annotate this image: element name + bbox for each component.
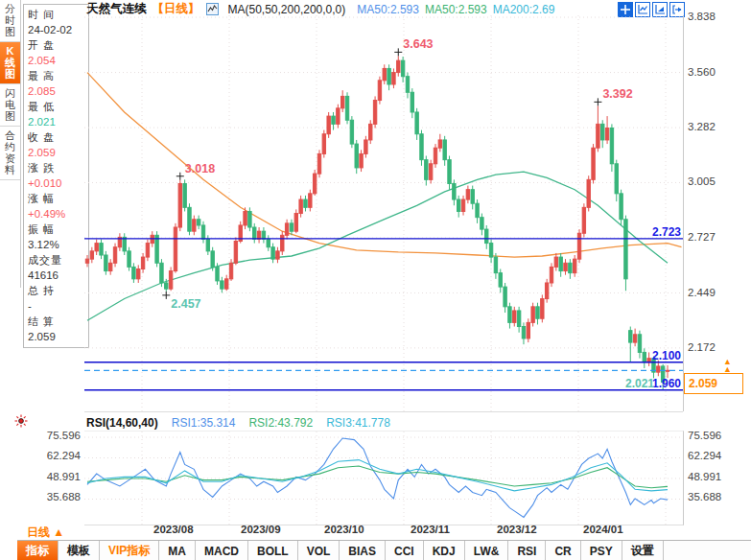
ma-value-label: MA50:2.593 <box>425 3 487 16</box>
quote-value: 2.054 <box>28 53 88 68</box>
quote-label: 涨 跌 <box>28 160 88 175</box>
quote-label: 时 间 <box>28 7 88 22</box>
quote-label: 开 盘 <box>28 37 88 53</box>
quote-value: 2.059 <box>28 329 88 344</box>
rsi-value-label: RSI2:43.792 <box>248 416 313 430</box>
quote-label: 最 高 <box>28 68 88 83</box>
x-axis-month-labels: 2023/082023/092023/102023/112023/122024/… <box>84 524 683 539</box>
month-label: 2023/09 <box>241 524 281 535</box>
price-line-label: 1.960 <box>652 377 681 390</box>
rsi-axis-label: 75.596 <box>688 430 721 441</box>
y-axis-label: 2.449 <box>688 287 716 298</box>
extreme-annotation: 3.392 <box>602 87 632 101</box>
sidebar-tab-3[interactable]: 闪电图 <box>0 84 20 127</box>
toolbar-tab-cr[interactable]: CR <box>546 541 580 560</box>
rsi-values: RSI1:35.314RSI2:43.792RSI3:41.778 <box>172 416 390 430</box>
y-axis-label: 3.560 <box>688 66 716 78</box>
quote-label: 成交量 <box>28 252 88 268</box>
rsi-axis-label: 35.688 <box>688 491 721 502</box>
month-label: 2024/01 <box>583 524 623 535</box>
price-line-label: 2.100 <box>652 349 681 362</box>
last-price-box: 2.059 <box>684 373 743 394</box>
quote-value: +0.49% <box>28 206 88 222</box>
toolbar-tab-模板[interactable]: 模板 <box>59 541 100 560</box>
toolbar-tab-macd[interactable]: MACD <box>196 541 248 560</box>
rsi-axis-label: 48.991 <box>688 471 721 482</box>
quote-value: 2.021 <box>28 114 88 129</box>
quote-value: 3.12% <box>28 237 88 252</box>
rsi-axis-label: 35.688 <box>25 491 81 502</box>
sidebar-tab-4[interactable]: 合约资料 <box>0 127 20 180</box>
trading-app-window: 分时图K线图闪电图合约资料 时 间24-02-02开 盘2.054最 高2.08… <box>0 0 751 560</box>
month-label: 2023/11 <box>411 524 450 535</box>
quote-label: 结 算 <box>28 314 88 329</box>
toolbar-tab-ma[interactable]: MA <box>159 541 196 560</box>
ma-values: MA50:2.593MA50:2.593MA200:2.69 <box>351 3 554 16</box>
right-price-axis: 3.8383.5603.2823.0052.7272.4492.17275.59… <box>683 0 751 560</box>
y-axis-label: 3.005 <box>688 175 716 187</box>
rsi-formula-label[interactable]: RSI(14,60,40) <box>86 416 158 430</box>
month-label: 2023/10 <box>324 524 364 535</box>
chart-type-icon[interactable] <box>206 3 219 15</box>
quote-panel: 时 间24-02-02开 盘2.054最 高2.085最 低2.021收 盘2.… <box>23 4 89 348</box>
toolbar-tab-rsi[interactable]: RSI <box>508 541 546 560</box>
quote-label: 振 幅 <box>28 222 88 237</box>
quote-value: 41616 <box>28 268 88 283</box>
rsi-axis-label: 75.596 <box>25 430 81 441</box>
price-line-label: 2.723 <box>652 225 681 239</box>
month-label: 2023/08 <box>153 524 194 535</box>
ma-formula-label[interactable]: MA(50,50,200,200,0,0) <box>228 3 346 16</box>
indicator-toolbar: 指标模板VIP指标MAMACDBOLLVOLBIASCCIKDJLW&RSICR… <box>17 540 751 560</box>
quote-label: 收 盘 <box>28 129 88 145</box>
rsi-value-label: RSI3:41.778 <box>326 416 390 430</box>
sidebar-tab-2[interactable]: K线图 <box>0 42 20 84</box>
quote-value: 2.059 <box>28 145 88 160</box>
rsi-header: RSI(14,60,40) RSI1:35.314RSI2:43.792RSI3… <box>86 416 390 430</box>
toolbar-tab-kdj[interactable]: KDJ <box>424 541 465 560</box>
toolbar-tab-vol[interactable]: VOL <box>298 541 340 560</box>
rsi-value-label: RSI1:35.314 <box>172 416 236 430</box>
extreme-annotation: 3.643 <box>403 37 433 51</box>
ma-value-label: MA200:2.69 <box>493 3 555 16</box>
y-axis-label: 2.727 <box>688 231 716 243</box>
sidebar-tab-1[interactable]: 分时图 <box>0 0 20 42</box>
extreme-annotation: 3.018 <box>185 162 215 175</box>
toolbar-tab-vip指标[interactable]: VIP指标 <box>100 541 159 560</box>
chart-header: 天然气连续【日线】 MA(50,50,200,200,0,0) MA50:2.5… <box>86 2 554 16</box>
extreme-annotation: 2.457 <box>171 297 200 311</box>
quote-label: 总 持 <box>28 283 88 298</box>
y-axis-label: 3.838 <box>688 11 716 22</box>
toolbar-tab-cci[interactable]: CCI <box>386 541 424 560</box>
toolbar-tab-bias[interactable]: BIAS <box>340 541 386 560</box>
toolbar-tab-lw&[interactable]: LW& <box>465 541 509 560</box>
ma-value-label: MA50:2.593 <box>357 3 419 16</box>
toolbar-tab-boll[interactable]: BOLL <box>248 541 298 560</box>
period-indicator[interactable]: 日线 ▲ <box>27 525 64 541</box>
rsi-axis-label: 62.294 <box>688 450 721 461</box>
quote-label: 涨 幅 <box>28 191 88 206</box>
quote-value: +0.010 <box>28 175 88 191</box>
left-tabstrip: 分时图K线图闪电图合约资料 <box>0 0 21 288</box>
y-axis-label: 3.282 <box>688 121 716 132</box>
quote-value: 24-02-02 <box>28 22 88 37</box>
rsi-axis-label: 48.991 <box>25 471 81 482</box>
candlestick-chart[interactable]: 2.7232.1001.9602.0212.4573.0183.6433.392 <box>84 15 684 411</box>
quote-label: 最 低 <box>28 99 88 114</box>
rsi-axis-label: 62.294 <box>25 450 81 461</box>
toolbar-tab-设置[interactable]: 设置 <box>622 541 664 560</box>
candles <box>85 56 669 389</box>
y-axis-label: 2.172 <box>688 341 716 353</box>
price-up-arrow-icon: ▲▲ <box>723 358 732 373</box>
panel-divider <box>84 411 683 412</box>
month-label: 2023/12 <box>497 524 537 535</box>
live-session-icon <box>14 414 28 431</box>
quote-value: - <box>28 298 88 314</box>
quote-value: 2.085 <box>28 83 88 99</box>
rsi-chart[interactable] <box>84 431 684 525</box>
toolbar-tab-指标[interactable]: 指标 <box>17 541 59 560</box>
toolbar-tab-psy[interactable]: PSY <box>581 541 622 560</box>
session-low-label: 2.021 <box>625 377 654 390</box>
